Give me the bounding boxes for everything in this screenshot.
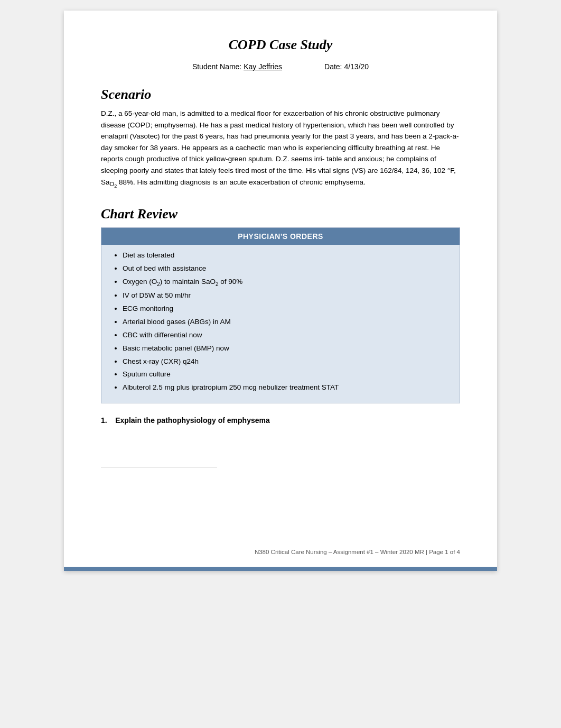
student-name-value: Kay Jeffries xyxy=(244,62,282,71)
answer-lines xyxy=(101,467,217,467)
question-text: Explain the pathophysiology of emphysema xyxy=(115,416,270,425)
physicians-orders-box: PHYSICIAN'S ORDERS Diet as tolerated Out… xyxy=(101,227,460,403)
list-item: CBC with differential now xyxy=(123,330,449,341)
question-1: 1. Explain the pathophysiology of emphys… xyxy=(101,416,460,425)
question-section: 1. Explain the pathophysiology of emphys… xyxy=(101,416,460,467)
list-item: IV of D5W at 50 ml/hr xyxy=(123,290,449,301)
date-field: Date: 4/13/20 xyxy=(324,62,369,71)
list-item: Diet as tolerated xyxy=(123,250,449,261)
list-item: Out of bed with assistance xyxy=(123,263,449,274)
physicians-orders-header: PHYSICIAN'S ORDERS xyxy=(101,228,460,245)
page-title: COPD Case Study xyxy=(101,37,460,53)
list-item: ECG monitoring xyxy=(123,303,449,315)
document-page: COPD Case Study Student Name: Kay Jeffri… xyxy=(64,11,497,571)
list-item: Arterial blood gases (ABGs) in AM xyxy=(123,317,449,328)
date-label: Date: xyxy=(324,62,342,71)
list-item: Oxygen (O2) to maintain SaO2 of 90% xyxy=(123,277,449,288)
student-label: Student Name: xyxy=(192,62,241,71)
list-item: Albuterol 2.5 mg plus ipratropium 250 mc… xyxy=(123,382,449,393)
footer-bar xyxy=(64,567,497,571)
list-item: Basic metabolic panel (BMP) now xyxy=(123,343,449,354)
footer: N380 Critical Care Nursing – Assignment … xyxy=(255,549,460,555)
scenario-heading: Scenario xyxy=(101,87,460,103)
student-name-field: Student Name: Kay Jeffries xyxy=(192,62,282,71)
list-item: Sputum culture xyxy=(123,369,449,380)
scenario-text: D.Z., a 65-year-old man, is admitted to … xyxy=(101,108,460,190)
list-item: Chest x-ray (CXR) q24h xyxy=(123,356,449,367)
orders-list: Diet as tolerated Out of bed with assist… xyxy=(101,245,460,403)
chart-review-heading: Chart Review xyxy=(101,206,460,222)
question-number: 1. xyxy=(101,416,107,425)
chart-review-section: Chart Review PHYSICIAN'S ORDERS Diet as … xyxy=(101,206,460,403)
date-value: 4/13/20 xyxy=(344,62,369,71)
student-info: Student Name: Kay Jeffries Date: 4/13/20 xyxy=(101,62,460,71)
